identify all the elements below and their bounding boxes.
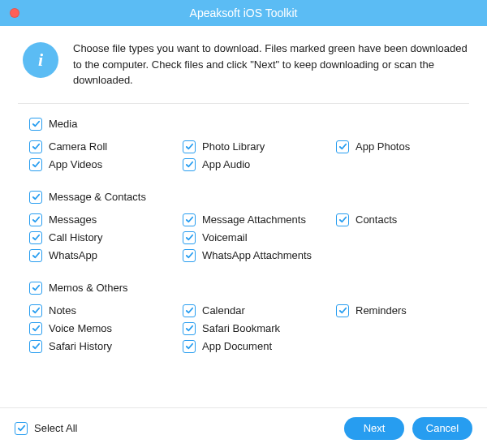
- titlebar: Apeaksoft iOS Toolkit: [0, 0, 487, 26]
- checkbox-safari-history[interactable]: Safari History: [29, 338, 183, 355]
- checkbox-icon: [183, 304, 196, 317]
- checkbox-label: Message Attachments: [202, 213, 306, 226]
- checkbox-label: Voicemail: [202, 231, 248, 243]
- checkbox-icon: [29, 249, 42, 262]
- checkbox-label: Voice Memos: [49, 322, 112, 334]
- checkbox-photo-library[interactable]: Photo Library: [183, 138, 336, 156]
- checkbox-contacts[interactable]: Contacts: [336, 211, 458, 229]
- checkbox-message-attachments[interactable]: Message Attachments: [183, 211, 336, 229]
- checkbox-icon: [29, 213, 42, 226]
- select-all-label: Select All: [34, 422, 77, 434]
- checkbox-label: Photo Library: [202, 140, 265, 153]
- checkbox-voice-memos[interactable]: Voice Memos: [29, 320, 183, 338]
- checkbox-label: Contacts: [356, 213, 397, 226]
- checkbox-message-contacts[interactable]: Message & Contacts: [29, 188, 458, 206]
- checkbox-calendar[interactable]: Calendar: [183, 302, 336, 320]
- checkbox-media[interactable]: Media: [29, 115, 458, 133]
- checkbox-label: Notes: [49, 304, 76, 317]
- close-icon[interactable]: [10, 8, 19, 18]
- group-memos-others: Memos & OthersNotesCalendarRemindersVoic…: [29, 279, 458, 355]
- checkbox-label: Safari Bookmark: [202, 322, 280, 334]
- checkbox-messages[interactable]: Messages: [29, 211, 183, 229]
- checkbox-whatsapp-attachments[interactable]: WhatsApp Attachments: [183, 247, 336, 265]
- checkbox-label: Safari History: [49, 340, 112, 352]
- checkbox-label: WhatsApp Attachments: [202, 249, 312, 261]
- window-title: Apeaksoft iOS Toolkit: [0, 6, 487, 19]
- checkbox-label: App Document: [202, 340, 272, 352]
- checkbox-icon: [29, 191, 42, 204]
- select-all-checkbox[interactable]: Select All: [15, 420, 77, 437]
- checkbox-icon: [183, 213, 196, 226]
- checkbox-icon: [336, 304, 349, 317]
- checkbox-app-videos[interactable]: App Videos: [29, 156, 183, 174]
- checkbox-icon: [29, 304, 42, 317]
- checkbox-reminders[interactable]: Reminders: [336, 302, 458, 320]
- checkbox-voicemail[interactable]: Voicemail: [183, 229, 336, 247]
- checkbox-icon: [336, 213, 349, 226]
- checkbox-icon: [29, 231, 42, 244]
- info-banner: i Choose file types you want to download…: [18, 41, 469, 104]
- checkbox-icon: [183, 340, 196, 353]
- checkbox-icon: [336, 140, 349, 153]
- checkbox-label: WhatsApp: [49, 249, 97, 261]
- next-button[interactable]: Next: [344, 417, 404, 440]
- checkbox-memos-others[interactable]: Memos & Others: [29, 279, 458, 297]
- group-media: MediaCamera RollPhoto LibraryApp PhotosA…: [29, 115, 458, 174]
- checkbox-whatsapp[interactable]: WhatsApp: [29, 247, 183, 265]
- checkbox-icon: [183, 158, 196, 171]
- info-icon: i: [23, 42, 58, 78]
- checkbox-icon: [183, 231, 196, 244]
- checkbox-label: Media: [49, 118, 77, 130]
- checkbox-icon: [29, 340, 42, 353]
- checkbox-icon: [29, 118, 42, 131]
- checkbox-label: Reminders: [356, 304, 407, 317]
- checkbox-icon: [29, 158, 42, 171]
- checkbox-icon: [183, 140, 196, 153]
- checkbox-app-photos[interactable]: App Photos: [336, 138, 458, 156]
- checkbox-camera-roll[interactable]: Camera Roll: [29, 138, 183, 156]
- checkbox-label: App Audio: [202, 158, 250, 170]
- footer-bar: Select All Next Cancel: [0, 407, 487, 448]
- checkbox-label: Calendar: [202, 304, 245, 317]
- checkbox-label: App Photos: [356, 140, 410, 153]
- checkbox-app-document[interactable]: App Document: [183, 338, 336, 355]
- checkbox-icon: [183, 249, 196, 262]
- checkbox-label: Memos & Others: [49, 282, 128, 294]
- checkbox-icon: [15, 422, 28, 435]
- checkbox-notes[interactable]: Notes: [29, 302, 183, 320]
- checkbox-label: Message & Contacts: [49, 191, 146, 203]
- checkbox-icon: [183, 322, 196, 335]
- checkbox-label: App Videos: [49, 158, 102, 170]
- checkbox-call-history[interactable]: Call History: [29, 229, 183, 247]
- info-text: Choose file types you want to download. …: [73, 41, 469, 88]
- checkbox-icon: [29, 140, 42, 153]
- checkbox-icon: [29, 322, 42, 335]
- checkbox-label: Messages: [49, 213, 97, 226]
- checkbox-label: Call History: [49, 231, 102, 243]
- cancel-button[interactable]: Cancel: [412, 417, 472, 440]
- checkbox-icon: [29, 282, 42, 295]
- checkbox-app-audio[interactable]: App Audio: [183, 156, 336, 174]
- checkbox-safari-bookmark[interactable]: Safari Bookmark: [183, 320, 336, 338]
- group-message-contacts: Message & ContactsMessagesMessage Attach…: [29, 188, 458, 265]
- checkbox-label: Camera Roll: [49, 140, 107, 153]
